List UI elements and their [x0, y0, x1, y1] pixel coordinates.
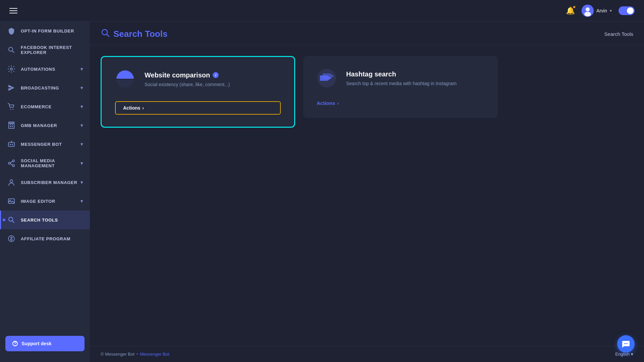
- avatar: [582, 5, 594, 17]
- website-comparison-actions-button[interactable]: Actions ›: [115, 101, 281, 115]
- chevron-right-icon: ▾: [80, 66, 83, 72]
- sidebar-item-automations[interactable]: AUTOMATIONS ▾: [0, 60, 90, 78]
- sidebar-item-label: AFFILIATE PROGRAM: [21, 236, 70, 241]
- card-description: Search top & recent media with hashtag i…: [346, 81, 457, 86]
- sidebar-item-broadcasting[interactable]: BROADCASTING ▾: [0, 78, 90, 97]
- chevron-right-icon: ▾: [80, 180, 83, 185]
- svg-line-22: [10, 161, 12, 163]
- card-title: Website comparison i: [145, 71, 230, 79]
- svg-point-6: [10, 109, 11, 110]
- svg-point-19: [12, 160, 14, 162]
- chevron-right-icon: ▾: [80, 141, 83, 147]
- footer-separator: •: [137, 352, 138, 357]
- svg-line-28: [12, 221, 14, 223]
- image-icon: [7, 196, 16, 206]
- svg-rect-13: [12, 124, 13, 125]
- chevron-right-icon: ▾: [80, 198, 83, 204]
- svg-point-21: [12, 165, 14, 167]
- support-desk-button[interactable]: Support desk: [5, 336, 85, 351]
- support-btn-label: Support desk: [21, 341, 51, 346]
- chevron-right-icon: ▾: [80, 104, 83, 109]
- svg-rect-11: [12, 126, 13, 127]
- sidebar-item-label: IMAGE EDITOR: [21, 199, 55, 204]
- search-icon: [7, 45, 16, 55]
- user-info[interactable]: Arvin ▾: [582, 5, 612, 17]
- svg-point-24: [10, 180, 13, 182]
- svg-rect-12: [10, 124, 11, 125]
- info-icon[interactable]: i: [213, 72, 219, 78]
- person-icon: [7, 178, 16, 187]
- tag-icon: [317, 68, 337, 88]
- sidebar-item-label: AUTOMATIONS: [21, 67, 55, 72]
- svg-point-18: [11, 141, 12, 142]
- cards-container: Website comparison i Social existency (s…: [90, 45, 644, 346]
- sidebar-item-label: SOCIAL MEDIA MANAGEMENT: [21, 158, 80, 168]
- chat-bubble-button[interactable]: [617, 335, 635, 353]
- chevron-right-icon: ▾: [80, 161, 83, 166]
- svg-point-31: [15, 345, 15, 346]
- sidebar: OPT-IN FORM BUILDER FACEBOOK INTEREST EX…: [0, 21, 90, 362]
- cart-icon: [7, 102, 16, 111]
- gear-icon: [7, 64, 16, 74]
- sidebar-item-label: BROADCASTING: [21, 85, 59, 90]
- website-comparison-card: Website comparison i Social existency (s…: [101, 56, 295, 128]
- top-header: 🔔 Arvin ▾: [0, 0, 644, 21]
- user-chevron-icon: ▾: [610, 8, 612, 13]
- sidebar-item-subscriber-manager[interactable]: SUBSCRIBER MANAGER ▾: [0, 173, 90, 192]
- header-right: 🔔 Arvin ▾: [566, 5, 635, 17]
- card-text: Website comparison i Social existency (s…: [145, 71, 230, 87]
- page-title-wrap: Search Tools: [101, 28, 167, 40]
- svg-point-16: [12, 144, 13, 145]
- svg-point-7: [13, 109, 14, 110]
- svg-point-20: [8, 162, 10, 164]
- hashtag-search-actions-button[interactable]: Actions ›: [317, 100, 484, 106]
- card-title: Hashtag search: [346, 70, 457, 78]
- svg-line-4: [12, 51, 14, 53]
- sidebar-item-affiliate-program[interactable]: AFFILIATE PROGRAM: [0, 229, 90, 248]
- sidebar-item-social-media-management[interactable]: SOCIAL MEDIA MANAGEMENT ▾: [0, 154, 90, 173]
- svg-point-15: [10, 144, 11, 145]
- sidebar-item-search-tools[interactable]: SEARCH TOOLS: [0, 210, 90, 229]
- svg-rect-10: [10, 126, 11, 127]
- language-chevron-icon: ▾: [631, 352, 633, 357]
- sidebar-item-opt-in-form-builder[interactable]: OPT-IN FORM BUILDER: [0, 21, 90, 40]
- dollar-icon: [7, 234, 16, 243]
- chevron-right-icon: ▾: [80, 123, 83, 128]
- card-description: Social existency (share, like, comment..…: [145, 82, 230, 87]
- theme-toggle[interactable]: [619, 6, 635, 15]
- half-circle-icon: [115, 69, 135, 89]
- active-indicator: [3, 219, 5, 221]
- sidebar-item-messenger-bot[interactable]: MESSENGER BOT ▾: [0, 135, 90, 154]
- svg-rect-8: [9, 123, 14, 128]
- svg-rect-14: [8, 142, 14, 146]
- content-area: Search Tools Search Tools: [90, 21, 644, 362]
- sidebar-item-label: GMB MANAGER: [21, 123, 57, 128]
- sidebar-item-gmb-manager[interactable]: GMB MANAGER ▾: [0, 116, 90, 135]
- sidebar-item-facebook-interest-explorer[interactable]: FACEBOOK INTEREST EXPLORER: [0, 40, 90, 60]
- svg-point-37: [624, 343, 625, 344]
- card-text: Hashtag search Search top & recent media…: [346, 70, 457, 86]
- svg-point-38: [626, 343, 627, 344]
- notification-dot: [573, 6, 576, 8]
- footer-copyright: © Messenger Bot: [101, 352, 135, 357]
- share-icon: [7, 159, 16, 168]
- user-name: Arvin: [596, 8, 607, 13]
- svg-point-39: [627, 343, 628, 344]
- content-footer: © Messenger Bot • Messenger Bot English …: [90, 346, 644, 362]
- sidebar-item-ecommerce[interactable]: ECOMMERCE ▾: [0, 97, 90, 116]
- svg-point-5: [10, 68, 12, 70]
- shield-icon: [7, 26, 16, 36]
- sidebar-item-label: ECOMMERCE: [21, 104, 52, 109]
- notification-icon[interactable]: 🔔: [566, 6, 575, 15]
- sidebar-item-image-editor[interactable]: IMAGE EDITOR ▾: [0, 192, 90, 210]
- sidebar-item-label: SEARCH TOOLS: [21, 218, 58, 223]
- footer-link[interactable]: Messenger Bot: [140, 352, 169, 357]
- sidebar-item-label: OPT-IN FORM BUILDER: [21, 28, 74, 34]
- hamburger-menu[interactable]: [9, 8, 17, 13]
- main-layout: OPT-IN FORM BUILDER FACEBOOK INTEREST EX…: [0, 21, 644, 362]
- toggle-knob: [627, 7, 634, 14]
- content-header: Search Tools Search Tools: [90, 21, 644, 45]
- sidebar-item-label: MESSENGER BOT: [21, 142, 62, 147]
- hashtag-search-card: Hashtag search Search top & recent media…: [303, 56, 498, 118]
- building-icon: [7, 121, 16, 130]
